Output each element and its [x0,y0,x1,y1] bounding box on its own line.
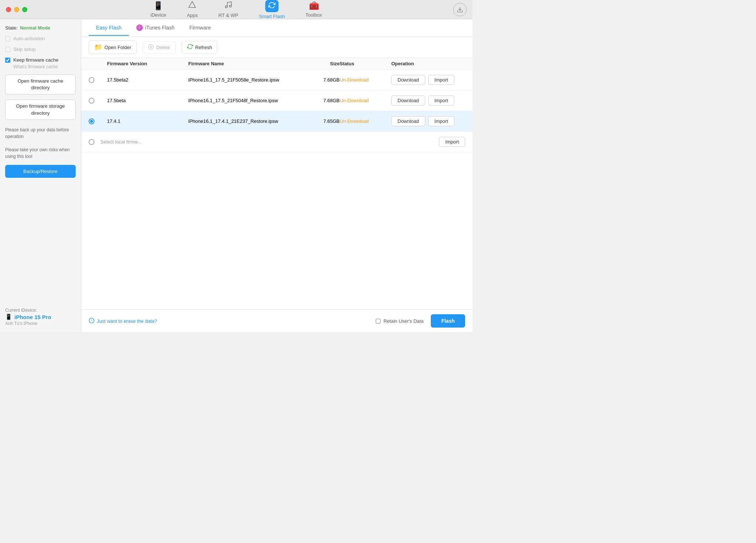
row2-radio-btn[interactable] [89,98,94,104]
current-device-section: Current iDevice: 📱 iPhone 15 Pro Anh Tú'… [5,308,76,326]
nav-tab-rtwp[interactable]: RT & WP [216,0,241,20]
row3-download-button[interactable]: Download [391,116,425,126]
open-cache-dir-button[interactable]: Open firmware cache directory [5,75,76,94]
nav-tab-apps[interactable]: Apps [184,0,201,20]
col-status-header: Status [340,61,391,66]
bottom-bar: Just want to erase the data? Retain User… [81,309,472,332]
row1-size: 7.68GB [303,77,340,83]
smartflash-icon [265,0,279,12]
refresh-label: Refresh [195,45,212,50]
refresh-icon [187,44,193,51]
maximize-button[interactable] [22,7,27,12]
backup-restore-button[interactable]: Backup/Restore [5,165,76,178]
what-firmware-cache-link[interactable]: What's firmware cache [13,64,76,69]
tab-itunes-flash-label: iTunes Flash [145,25,175,31]
device-name-text: iPhone 15 Pro [14,314,51,320]
row2-ops: Download Import [391,96,465,106]
skip-setup-label: Skip setup [13,46,36,52]
content-area: Easy Flash ♪ iTunes Flash Firmware 📁 Ope… [81,19,472,332]
auto-activation-checkbox[interactable] [5,36,10,41]
keep-firmware-label: Keep firmware cache [13,57,58,63]
global-download-button[interactable] [453,3,467,16]
row1-status: Un-Download [340,77,391,83]
row3-ops: Download Import [391,116,465,126]
sidebar-spacer [5,181,76,301]
info-icon [89,318,94,325]
nav-tab-idevice[interactable]: 📱 iDevice [148,0,169,19]
flash-button[interactable]: Flash [431,314,465,328]
table-header: Firmware Version Firmware Name Size Stat… [81,58,472,70]
delete-button[interactable]: Delete [142,41,176,53]
svg-point-2 [229,5,231,7]
row3-status: Un-Download [340,118,391,124]
skip-setup-row: Skip setup [5,46,76,52]
nav-tab-smartflash[interactable]: Smart Flash [256,0,288,21]
local-firmware-label: Select local firmw... [100,139,141,145]
state-label: State: [5,25,18,31]
row3-radio-btn[interactable] [89,118,94,124]
firmware-row-3: 17.4.1 iPhone16,1_17.4.1_21E237_Restore.… [81,111,472,132]
svg-marker-0 [189,1,196,8]
row1-version: 17.5beta2 [107,77,188,83]
erase-data-link[interactable]: Just want to erase the data? [89,318,157,325]
firmware-row-2: 17.5beta iPhone16,1_17.5_21F5048f_Restor… [81,90,472,111]
toolbox-icon: 🧰 [309,1,319,11]
firmware-table: Firmware Version Firmware Name Size Stat… [81,58,472,309]
row2-radio[interactable] [89,98,107,104]
col-name-header: Firmware Name [188,61,303,66]
col-size-header: Size [303,61,340,66]
row2-download-button[interactable]: Download [391,96,425,106]
title-bar: 📱 iDevice Apps RT & WP Smart Flash 🧰 Too… [0,0,472,19]
row3-name: iPhone16,1_17.4.1_21E237_Restore.ipsw [188,118,303,124]
tab-itunes-flash[interactable]: ♪ iTunes Flash [129,20,182,36]
local-firmware-radio[interactable] [89,139,94,145]
row2-version: 17.5beta [107,98,188,103]
row3-size: 7.65GB [303,118,340,124]
open-folder-button[interactable]: 📁 Open Folder [89,41,137,54]
row1-radio[interactable] [89,77,107,83]
row3-import-button[interactable]: Import [428,116,454,126]
row1-radio-btn[interactable] [89,77,94,83]
row1-import-button[interactable]: Import [428,75,454,85]
row1-name: iPhone16,1_17.5_21F5058e_Restore.ipsw [188,77,303,83]
skip-setup-checkbox[interactable] [5,47,10,52]
svg-point-1 [225,6,227,8]
row2-status: Un-Download [340,98,391,103]
sub-tabs: Easy Flash ♪ iTunes Flash Firmware [81,19,472,37]
refresh-button[interactable]: Refresh [182,41,218,53]
window-controls [6,7,27,12]
tab-easy-flash[interactable]: Easy Flash [89,20,129,36]
auto-activation-row: Auto-activation [5,36,76,41]
open-folder-label: Open Folder [104,45,131,50]
col-version-header: Firmware Version [107,61,188,66]
tab-firmware[interactable]: Firmware [182,20,218,36]
firmware-row-1: 17.5beta2 iPhone16,1_17.5_21F5058e_Resto… [81,70,472,90]
apps-icon [188,1,196,11]
retain-data-checkbox[interactable] [376,319,381,324]
nav-tab-apps-label: Apps [187,13,198,18]
row3-radio[interactable] [89,118,107,124]
open-storage-dir-button[interactable]: Open firmware storage directory [5,100,76,120]
col-operation-header: Operation [391,61,465,66]
main-layout: State: Normal Mode Auto-activation Skip … [0,19,472,332]
device-owner: Anh Tú's iPhone [5,321,76,326]
nav-tab-idevice-label: iDevice [151,12,166,18]
folder-icon: 📁 [94,43,102,51]
keep-firmware-checkbox[interactable] [5,58,10,63]
nav-tab-toolbox-label: Toolbox [306,12,322,18]
delete-label: Delete [156,45,170,50]
minimize-button[interactable] [14,7,19,12]
row1-ops: Download Import [391,75,465,85]
close-button[interactable] [6,7,11,12]
keep-firmware-row: Keep firmware cache [5,57,76,63]
row1-download-button[interactable]: Download [391,75,425,85]
nav-tab-toolbox[interactable]: 🧰 Toolbox [303,0,325,19]
sidebar: State: Normal Mode Auto-activation Skip … [0,19,81,332]
local-firmware-import-button[interactable]: Import [439,137,465,147]
rtwp-icon [224,1,233,11]
row3-version: 17.4.1 [107,118,188,124]
toolbar: 📁 Open Folder Delete Refresh [81,37,472,58]
row2-import-button[interactable]: Import [428,96,454,106]
retain-data-label: Retain User's Data [384,318,424,324]
auto-activation-label: Auto-activation [13,36,45,41]
